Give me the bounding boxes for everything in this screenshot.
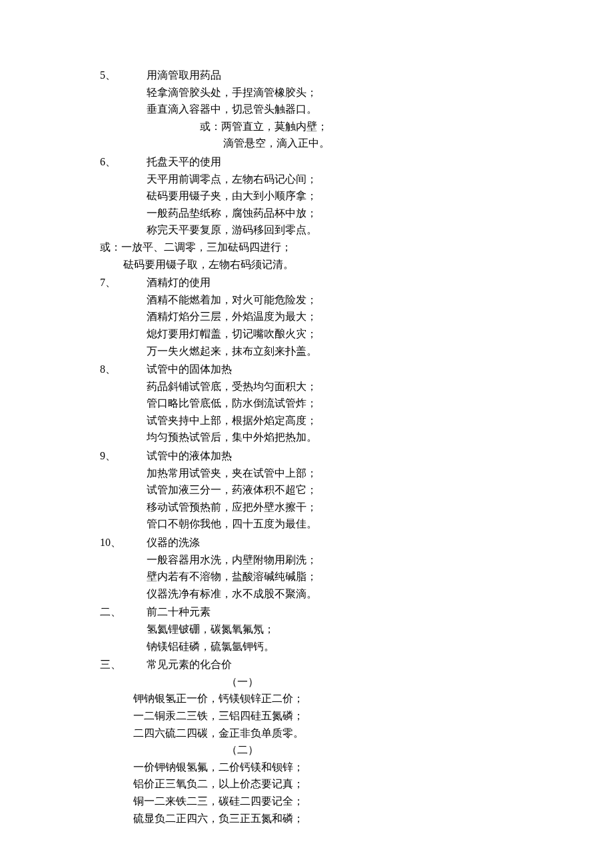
section-line: 铝价正三氧负二，以上价态要记真； [100, 775, 513, 793]
item-line: 垂直滴入容器中，切忌管头触器口。 [100, 101, 513, 118]
item-number: 8、 [100, 361, 147, 378]
section-line: 二四六硫二四碳，金正非负单质零。 [100, 725, 513, 742]
item-line: 壁内若有不溶物，盐酸溶碱纯碱脂； [100, 568, 513, 585]
item-title: 托盘天平的使用 [147, 153, 513, 171]
section-line: 硫显负二正四六，负三正五氮和磷； [100, 810, 513, 827]
item-number: 7、 [100, 274, 147, 291]
item-subline: 或：两管直立，莫触内壁； [100, 118, 513, 135]
item-line: 轻拿滴管胶头处，手捏滴管橡胶头； [100, 84, 513, 101]
item-line: 熄灯要用灯帽盖，切记嘴吹酿火灾； [100, 325, 513, 343]
item-orline: 或：一放平、二调零，三加砝码四进行； [100, 239, 513, 256]
section-line: 铜一二来铁二三，碳硅二四要记全； [100, 793, 513, 810]
item-9: 9、 试管中的液体加热 加热常用试管夹，夹在试管中上部； 试管加液三分一，药液体… [100, 447, 513, 533]
item-line: 移动试管预热前，应把外壁水擦干； [100, 499, 513, 516]
item-6: 6、 托盘天平的使用 天平用前调零点，左物右码记心间； 砝码要用镊子夹，由大到小… [100, 153, 513, 273]
item-number: 5、 [100, 67, 147, 84]
item-line: 一般药品垫纸称，腐蚀药品杯中放； [100, 205, 513, 222]
item-line: 万一失火燃起来，抹布立刻来扑盖。 [100, 343, 513, 360]
section-line: 氢氦锂铍硼，碳氮氧氟氖； [100, 621, 513, 638]
item-line: 称完天平要复原，游码移回到零点。 [100, 221, 513, 239]
section-line: 钾钠银氢正一价，钙镁钡锌正二价； [100, 690, 513, 707]
item-10: 10、 仪器的洗涤 一般容器用水洗，内壁附物用刷洗； 壁内若有不溶物，盐酸溶碱纯… [100, 534, 513, 602]
item-line: 试管加液三分一，药液体积不超它； [100, 481, 513, 499]
part-label: （一） [100, 673, 513, 691]
item-5: 5、 用滴管取用药品 轻拿滴管胶头处，手捏滴管橡胶头； 垂直滴入容器中，切忌管头… [100, 67, 513, 152]
item-title: 仪器的洗涤 [147, 534, 513, 551]
item-7: 7、 酒精灯的使用 酒精不能燃着加，对火可能危险发； 酒精灯焰分三层，外焰温度为… [100, 274, 513, 359]
item-line: 管口不朝你我他，四十五度为最佳。 [100, 515, 513, 533]
item-8: 8、 试管中的固体加热 药品斜铺试管底，受热均匀面积大； 管口略比管底低，防水倒… [100, 361, 513, 446]
item-line: 管口略比管底低，防水倒流试管炸； [100, 395, 513, 412]
item-line: 酒精灯焰分三层，外焰温度为最大； [100, 308, 513, 325]
section-line: 一价钾钠银氢氟，二价钙镁和钡锌； [100, 759, 513, 776]
section-line: 一二铜汞二三铁，三铝四硅五氮磷； [100, 707, 513, 725]
item-line: 砝码要用镊子夹，由大到小顺序拿； [100, 187, 513, 205]
part-label: （二） [100, 741, 513, 759]
item-line: 加热常用试管夹，夹在试管中上部； [100, 465, 513, 482]
item-line: 酒精不能燃着加，对火可能危险发； [100, 291, 513, 309]
section-title: 常见元素的化合价 [147, 656, 513, 673]
section-number: 二、 [100, 603, 147, 621]
item-orline: 砝码要用镊子取，左物右码须记清。 [100, 256, 513, 273]
section-2: 二、 前二十种元素 氢氦锂铍硼，碳氮氧氟氖； 钠镁铝硅磷，硫氯氩钾钙。 [100, 603, 513, 655]
document-page: 5、 用滴管取用药品 轻拿滴管胶头处，手捏滴管橡胶头； 垂直滴入容器中，切忌管头… [0, 0, 613, 868]
item-title: 试管中的液体加热 [147, 447, 513, 465]
item-line: 一般容器用水洗，内壁附物用刷洗； [100, 551, 513, 569]
item-number: 10、 [100, 534, 147, 551]
section-3: 三、 常见元素的化合价 （一） 钾钠银氢正一价，钙镁钡锌正二价； 一二铜汞二三铁… [100, 656, 513, 827]
item-line: 试管夹持中上部，根据外焰定高度； [100, 412, 513, 429]
item-title: 用滴管取用药品 [147, 67, 513, 84]
item-line: 药品斜铺试管底，受热均匀面积大； [100, 378, 513, 395]
item-line: 仪器洗净有标准，水不成股不聚滴。 [100, 585, 513, 603]
item-title: 酒精灯的使用 [147, 274, 513, 291]
item-subline: 滴管悬空，滴入正中。 [100, 135, 513, 152]
section-number: 三、 [100, 656, 147, 673]
item-number: 6、 [100, 153, 147, 171]
section-line: 钠镁铝硅磷，硫氯氩钾钙。 [100, 638, 513, 655]
item-line: 均匀预热试管后，集中外焰把热加。 [100, 429, 513, 446]
item-number: 9、 [100, 447, 147, 465]
item-title: 试管中的固体加热 [147, 361, 513, 378]
section-title: 前二十种元素 [147, 603, 513, 621]
item-line: 天平用前调零点，左物右码记心间； [100, 171, 513, 188]
